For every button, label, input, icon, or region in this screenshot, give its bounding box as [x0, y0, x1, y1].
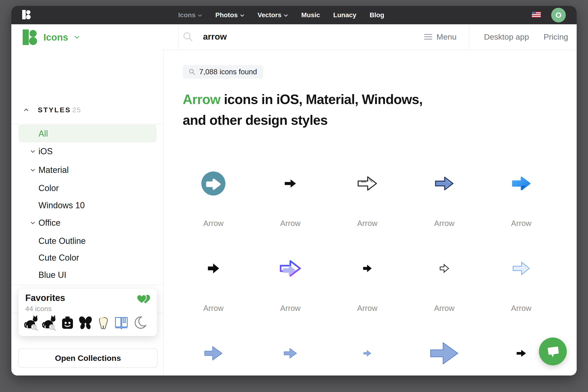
icon-result[interactable]: Arrow	[329, 245, 406, 330]
butterfly-icon	[78, 315, 93, 331]
icon-result[interactable]: Arrow	[175, 245, 252, 330]
arrow-icon-blue-filled-outlined	[406, 160, 483, 207]
header-divider	[469, 24, 469, 49]
top-navigation-bar: Icons Photos Vectors Music Lunacy Blog	[11, 6, 577, 24]
sidebar-item-cute-color[interactable]: Cute Color	[11, 250, 163, 265]
brand-title: Icons	[44, 32, 68, 43]
black-cat-icon	[24, 315, 39, 331]
icon-result[interactable]: Arrow	[252, 330, 329, 376]
chevron-down-icon	[74, 36, 80, 39]
icon-result[interactable]: Arrow	[406, 160, 483, 245]
icon-label: Arrow	[203, 304, 223, 313]
favorites-card[interactable]: Favorites 44 icons	[19, 288, 157, 336]
lego-head-icon	[60, 315, 75, 331]
icon-result[interactable]: Arrow	[406, 330, 483, 376]
sidebar-item-office[interactable]: Office	[11, 215, 163, 230]
sidebar-item-all[interactable]: All	[19, 125, 156, 142]
primary-nav: Icons Photos Vectors Music Lunacy Blog	[31, 11, 532, 19]
page-title: Arrow icons in iOS, Material, Windows, a…	[183, 89, 480, 130]
nav-item-lunacy[interactable]: Lunacy	[333, 11, 357, 19]
icon-label: Arrow	[280, 304, 301, 313]
search-icon	[183, 32, 193, 42]
results-count-chip: 7,088 icons found	[183, 65, 263, 79]
hamburger-icon	[424, 34, 432, 40]
search-term-highlight: Arrow	[183, 92, 220, 107]
arrow-icon-powerpoint-blue	[252, 330, 329, 376]
icon-result[interactable]: Arrow	[175, 330, 252, 376]
chevron-down-icon	[30, 168, 36, 172]
chevron-up-icon	[24, 108, 29, 112]
icon-label: Arrow	[511, 219, 531, 228]
icon-label: Arrow	[357, 219, 377, 228]
double-heart-icon	[136, 294, 151, 306]
favorites-title: Favorites	[25, 293, 65, 303]
search-bar[interactable]: arrow	[183, 24, 227, 49]
open-book-icon	[114, 315, 129, 331]
icons8-logo-white-icon[interactable]	[22, 10, 31, 20]
icon-label: Arrow	[357, 304, 377, 313]
nav-item-music[interactable]: Music	[301, 11, 320, 19]
styles-section-header[interactable]: STYLES 25	[11, 103, 163, 117]
icon-result[interactable]: Arrow	[329, 330, 406, 376]
icons8-logo-green-icon	[23, 30, 37, 45]
crescent-moon-icon	[132, 315, 147, 331]
icon-label: Arrow	[434, 304, 454, 313]
divider	[11, 124, 164, 124]
open-collections-button[interactable]: Open Collections	[19, 348, 157, 368]
styles-count: 25	[72, 106, 81, 114]
arrow-icon-solid-black	[252, 160, 329, 207]
pricing-link[interactable]: Pricing	[544, 32, 568, 42]
arrow-icon-pale-blue-outline	[483, 245, 560, 292]
sidebar-item-cute-outline[interactable]: Cute Outline	[11, 234, 163, 248]
chevron-down-icon	[284, 14, 288, 17]
sidebar-item-blue-ui[interactable]: Blue UI	[11, 268, 163, 282]
favorites-count: 44 icons	[25, 305, 52, 313]
nav-item-photos[interactable]: Photos	[215, 11, 244, 19]
arrow-icon-sketch-outline	[329, 160, 406, 207]
favorites-icon-previews	[24, 315, 157, 332]
arrow-icon-powerpoint-blue-large	[406, 330, 483, 376]
sidebar-item-windows-10[interactable]: Windows 10	[11, 198, 163, 213]
header-divider	[178, 24, 179, 49]
browser-window: Icons Photos Vectors Music Lunacy Blog	[11, 6, 577, 376]
icon-result[interactable]: Arrow	[252, 245, 329, 330]
nav-item-vectors[interactable]: Vectors	[257, 11, 288, 19]
icon-result[interactable]: Arrow	[175, 160, 252, 245]
chevron-down-icon	[240, 14, 244, 17]
icon-result[interactable]: Arrow	[483, 245, 560, 330]
nav-item-blog[interactable]: Blog	[370, 11, 384, 19]
icon-label: Arrow	[280, 219, 301, 228]
nav-item-icons[interactable]: Icons	[178, 11, 202, 19]
icon-label: Arrow	[203, 219, 223, 228]
header-actions: Menu Desktop app Pricing	[424, 24, 568, 49]
brand[interactable]: Icons	[23, 30, 80, 45]
icon-label: Arrow	[434, 219, 454, 228]
language-flag-icon[interactable]	[532, 12, 541, 19]
chat-support-button[interactable]	[539, 338, 567, 365]
icon-result[interactable]: Arrow	[329, 160, 406, 245]
search-icon	[189, 69, 195, 75]
icon-result[interactable]: Arrow	[483, 160, 560, 245]
sidebar-item-ios[interactable]: iOS	[11, 144, 163, 159]
speech-bubble-icon	[545, 344, 560, 358]
menu-button[interactable]: Menu	[424, 32, 457, 42]
arrow-icon-gradient-outline	[252, 245, 329, 292]
sidebar-item-color[interactable]: Color	[11, 181, 163, 196]
icon-results-grid: Arrow Arrow Arrow Arrow	[175, 160, 560, 376]
results-count: 7,088 icons found	[199, 68, 257, 76]
user-avatar[interactable]: O	[551, 8, 566, 22]
chevron-down-icon	[198, 14, 202, 17]
topbar-right: O	[532, 8, 566, 22]
desktop-app-link[interactable]: Desktop app	[484, 32, 529, 42]
arrow-icon-powerpoint-blue-tiny	[329, 330, 406, 376]
chevron-down-icon	[30, 150, 36, 153]
icon-result[interactable]: Arrow	[252, 160, 329, 245]
black-cat-icon	[42, 315, 57, 331]
icon-result[interactable]: Arrow	[406, 245, 483, 330]
arrow-icon-outline-small	[406, 245, 483, 292]
divider	[11, 285, 164, 285]
arrow-icon-fluent-blue	[483, 160, 560, 207]
tooth-icon	[96, 315, 111, 331]
sidebar-item-material[interactable]: Material	[11, 162, 163, 178]
search-input[interactable]: arrow	[203, 32, 227, 42]
